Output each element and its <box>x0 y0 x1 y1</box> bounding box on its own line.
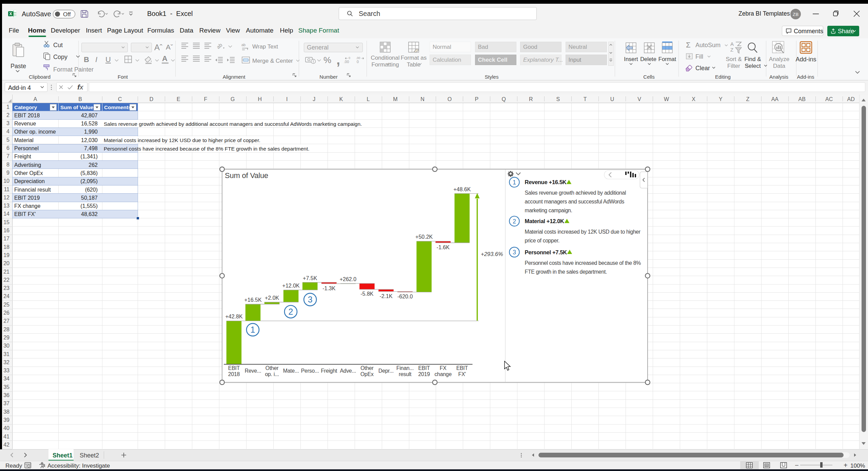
svg-text:+48.6K: +48.6K <box>453 187 471 192</box>
svg-text:-1.3K: -1.3K <box>322 286 336 291</box>
svg-text:2019: 2019 <box>418 371 430 377</box>
svg-text:Reve...: Reve... <box>245 368 261 374</box>
svg-text:2: 2 <box>513 218 516 225</box>
svg-text:Mate...: Mate... <box>283 368 299 374</box>
svg-text:Sum of Value: Sum of Value <box>225 171 268 180</box>
svg-text:Personnel costs have increased: Personnel costs have increased because o… <box>525 260 641 266</box>
svg-text:A: A <box>730 41 734 47</box>
svg-text:-1.6K: -1.6K <box>437 244 450 250</box>
svg-text:account managers and successfu: account managers and successful AdWords <box>525 199 625 204</box>
svg-text:1: 1 <box>251 325 255 334</box>
svg-text:3: 3 <box>513 249 516 256</box>
svg-text:3: 3 <box>308 295 313 304</box>
svg-text:EBIT: EBIT <box>418 365 430 371</box>
svg-text:2018: 2018 <box>228 371 240 377</box>
svg-text:+262.0: +262.0 <box>340 276 356 282</box>
svg-text:Other: Other <box>360 365 374 371</box>
svg-text:FTE growth in the sales depart: FTE growth in the sales department. <box>525 269 607 275</box>
svg-text:+42.8K: +42.8K <box>225 314 242 319</box>
svg-text:ab: ab <box>215 42 223 50</box>
svg-text:Material +12.0K: Material +12.0K <box>525 218 564 224</box>
svg-text:Freight: Freight <box>321 368 337 374</box>
svg-text:EBIT: EBIT <box>228 365 240 371</box>
svg-text:OpEx: OpEx <box>360 371 374 377</box>
svg-text:0: 0 <box>349 56 350 60</box>
svg-text:Revenue +16.5K: Revenue +16.5K <box>525 179 567 185</box>
svg-text:op. i...: op. i... <box>265 371 279 377</box>
svg-text:change: change <box>434 371 452 377</box>
svg-text:+2.0K: +2.0K <box>265 295 279 301</box>
svg-text:Other: Other <box>265 365 279 371</box>
svg-text:+7.5K: +7.5K <box>303 275 317 281</box>
svg-text:-5.8K: -5.8K <box>360 291 374 297</box>
svg-text:Material costs increased by 12: Material costs increased by 12K USD due … <box>525 229 640 235</box>
svg-text:Adve...: Adve... <box>340 368 356 374</box>
svg-text:2: 2 <box>289 307 293 316</box>
svg-text:Perso...: Perso... <box>301 368 319 374</box>
svg-text:Finan...: Finan... <box>396 365 414 371</box>
svg-text:ab: ab <box>241 43 245 47</box>
svg-text:Sales revenue growth achieved: Sales revenue growth achieved by additio… <box>525 190 626 196</box>
svg-text:FX': FX' <box>458 371 466 377</box>
svg-text:price of copper.: price of copper. <box>525 238 559 243</box>
svg-text:Z: Z <box>730 47 733 53</box>
svg-text:.00: .00 <box>344 60 349 64</box>
svg-text:+50.2K: +50.2K <box>415 234 433 240</box>
svg-text:-2.1K: -2.1K <box>379 293 393 299</box>
svg-text:+16.5K: +16.5K <box>244 297 261 303</box>
svg-text:+293.6%: +293.6% <box>481 251 503 257</box>
svg-text:.00: .00 <box>356 56 360 60</box>
svg-text:0: 0 <box>357 60 359 64</box>
svg-text:FX: FX <box>440 365 447 371</box>
svg-text:EBIT: EBIT <box>456 365 468 371</box>
svg-text:Personnel +7.5K: Personnel +7.5K <box>525 249 567 255</box>
svg-text:X: X <box>9 12 12 16</box>
svg-text:+12.0K: +12.0K <box>282 283 300 289</box>
svg-text:1: 1 <box>513 179 516 186</box>
svg-text:Depr...: Depr... <box>378 368 394 374</box>
svg-text:result: result <box>399 371 412 377</box>
svg-text:-620.0: -620.0 <box>397 294 413 299</box>
svg-text:marketing campaign.: marketing campaign. <box>525 208 572 213</box>
